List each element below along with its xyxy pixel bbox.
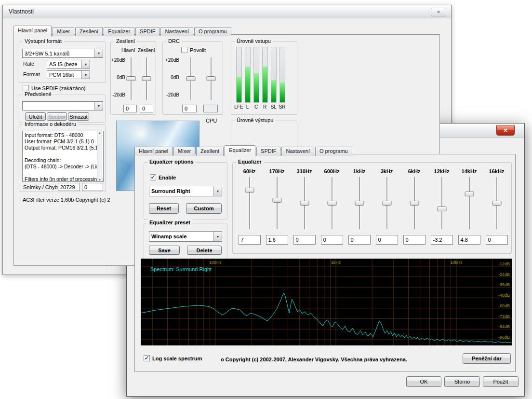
eq-channel-select[interactable]: Surround Right ▼ (149, 186, 222, 196)
drc-power-value[interactable] (203, 105, 218, 112)
band-value-field[interactable]: 1.6 (266, 235, 288, 245)
preset-delete-button[interactable]: Smazat (68, 112, 89, 121)
slider-thumb[interactable] (465, 192, 474, 196)
eq-band-16khz: 16kHz0 (483, 168, 510, 245)
equalizer-group: Equalizer 60Hz7170Hz1.6310Hz0600Hz01kHz0… (232, 162, 512, 254)
gain-gain-slider[interactable] (142, 56, 151, 101)
tab-nastaven-[interactable]: Nastavení (160, 27, 193, 36)
tab-equalizer[interactable]: Equalizer (104, 27, 134, 36)
tab-zes-len-[interactable]: Zesílení (75, 27, 103, 36)
eq-reset-button[interactable]: Reset (149, 203, 179, 214)
band-slider[interactable] (318, 176, 346, 230)
band-value-field[interactable]: 0 (293, 235, 316, 245)
band-value-field[interactable]: 0 (348, 235, 371, 245)
gain-master-label: Hlavní (121, 48, 135, 53)
slider-thumb[interactable] (437, 206, 446, 211)
back-titlebar[interactable]: Vlastnosti ✕ (3, 5, 451, 18)
band-value-field[interactable]: 0 (376, 235, 398, 245)
eq-preset-select[interactable]: Winamp scale ▼ (149, 231, 222, 242)
tab-hlavn-panel[interactable]: Hlavní panel (13, 26, 52, 37)
slider-thumb[interactable] (127, 76, 136, 81)
preset-file-button[interactable]: Soubor (47, 112, 67, 121)
slider-thumb[interactable] (300, 201, 309, 206)
gain-master-value[interactable]: 0 (123, 105, 137, 112)
band-slider[interactable] (455, 176, 483, 230)
tab-spdif[interactable]: SPDIF (256, 147, 280, 156)
slider-thumb[interactable] (245, 188, 254, 193)
band-value-field[interactable]: 0 (486, 235, 508, 245)
gain-master-slider[interactable] (126, 56, 136, 101)
level-meter-c (253, 47, 259, 103)
tab-equalizer[interactable]: Equalizer (225, 145, 255, 156)
decoder-info-legend: Informace o dekodéru (23, 121, 78, 127)
apply-button[interactable]: Použít (483, 376, 519, 387)
meter-channel-label: LFE (234, 104, 243, 110)
drc-power-slider[interactable] (206, 56, 216, 101)
front-close-button[interactable]: ✕ (496, 125, 515, 136)
slider-thumb[interactable] (142, 76, 151, 81)
band-value-field[interactable]: 0 (321, 235, 343, 245)
log-scale-checkbox[interactable]: ✓ Log scale spectrum (144, 355, 202, 361)
gain-gain-value[interactable]: 0 (140, 105, 153, 112)
tab-mixer[interactable]: Mixer (53, 27, 74, 36)
donate-button[interactable]: Peněžní dar (463, 353, 511, 364)
band-slider[interactable] (483, 176, 510, 230)
slider-thumb[interactable] (382, 201, 391, 206)
slider-thumb[interactable] (410, 201, 419, 206)
slider-thumb[interactable] (327, 201, 336, 206)
channels-select[interactable]: 3/2+SW 5.1 kanálů ▼ (22, 49, 103, 58)
rate-select[interactable]: AS IS (beze ▼ (47, 60, 90, 69)
band-value-field[interactable]: -3.2 (431, 235, 453, 245)
decoder-list-scrollbar[interactable]: ▲ ▼ (97, 131, 102, 181)
band-slider[interactable] (291, 176, 318, 230)
slider-thumb[interactable] (355, 201, 364, 206)
tab-hlavn-panel[interactable]: Hlavní panel (134, 147, 173, 156)
eq-preset-save-label: Save (158, 248, 171, 253)
band-value-field[interactable]: 4.8 (458, 235, 480, 245)
band-slider[interactable] (236, 176, 263, 230)
slider-track (469, 177, 470, 229)
preset-save-button[interactable]: Uložit (25, 112, 46, 121)
drc-level-value[interactable]: 0 (182, 105, 197, 112)
ok-button[interactable]: OK (406, 376, 441, 387)
level-meter-r (262, 47, 268, 103)
format-select[interactable]: PCM 16bit ▼ (47, 70, 90, 79)
eq-preset-save-button[interactable]: Save (149, 246, 180, 255)
band-slider[interactable] (373, 176, 400, 230)
band-freq-label: 170Hz (269, 168, 285, 176)
band-slider[interactable] (263, 176, 291, 230)
preset-select[interactable]: ▼ (22, 101, 103, 110)
band-slider[interactable] (400, 176, 428, 230)
drc-enable-checkbox[interactable]: Povolit (181, 47, 206, 53)
tab-o-programu[interactable]: O programu (194, 27, 231, 36)
preset-file-label: Soubor (48, 114, 65, 120)
drc-level-slider[interactable] (186, 56, 196, 101)
eq-preset-legend: Equalizer preset (147, 220, 192, 225)
slider-thumb[interactable] (186, 76, 196, 81)
output-format-legend: Výstupní formát (23, 38, 64, 44)
decoder-info-list[interactable]: Input format: DTS - 48000User format: PC… (22, 131, 104, 182)
eq-preset-delete-button[interactable]: Delete (187, 246, 222, 255)
band-slider[interactable] (428, 176, 455, 230)
back-close-button[interactable]: ✕ (431, 8, 446, 16)
preset-value (23, 102, 94, 110)
tab-nastaven-[interactable]: Nastavení (281, 147, 314, 156)
cancel-button[interactable]: Storno (444, 376, 480, 387)
use-spdif-checkbox[interactable]: Use SPDIF (zakázáno) (23, 85, 85, 91)
band-value-field[interactable]: 0 (403, 235, 426, 245)
tab-mixer[interactable]: Mixer (173, 147, 195, 156)
band-slider[interactable] (346, 176, 373, 230)
band-freq-label: 1kHz (353, 168, 366, 176)
tab-o-programu[interactable]: O programu (315, 147, 352, 156)
tab-spdif[interactable]: SPDIF (135, 27, 160, 36)
tab-zes-len-[interactable]: Zesílení (196, 147, 224, 156)
eq-enable-checkbox[interactable]: ✓ Enable (150, 174, 176, 180)
band-freq-label: 3kHz (381, 168, 393, 176)
slider-thumb[interactable] (207, 76, 216, 81)
slider-thumb[interactable] (492, 201, 501, 206)
slider-track (277, 177, 278, 229)
band-value-field[interactable]: 7 (239, 235, 261, 245)
slider-thumb[interactable] (272, 198, 281, 203)
eq-custom-button[interactable]: Custom (186, 203, 222, 214)
eq-channel-value: Surround Right (149, 186, 213, 196)
